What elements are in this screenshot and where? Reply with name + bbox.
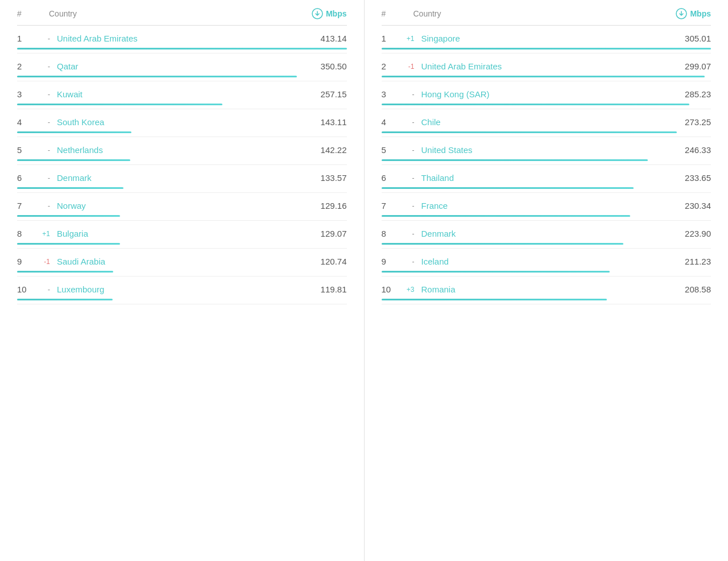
row-country-name: Norway [53,201,313,211]
row-change: - [402,90,418,98]
row-mbps-value: 143.11 [313,117,347,127]
row-change: +1 [38,230,53,238]
row-top: 6-Denmark133.57 [17,173,347,183]
bar-container [382,48,712,50]
table-row: 9-Iceland211.23 [382,249,712,277]
row-country-name: Netherlands [53,145,313,155]
row-rank: 5 [17,145,38,155]
row-change: +1 [402,35,418,43]
row-rank: 1 [382,34,402,43]
bar-container [382,271,712,273]
row-mbps-value: 413.14 [313,34,347,43]
bar-container [17,48,347,50]
row-mbps-value: 129.16 [313,201,347,211]
bar-container [382,215,712,217]
table-row: 6-Denmark133.57 [17,165,347,193]
table-row: 4-South Korea143.11 [17,109,347,137]
row-change: - [38,286,53,294]
row-mbps-value: 299.07 [677,61,711,71]
panel-right: #Country Mbps1+1Singapore305.012-1United… [365,0,729,561]
row-mbps-value: 230.34 [677,201,711,211]
row-top: 1+1Singapore305.01 [382,34,712,43]
row-rank: 4 [382,117,402,127]
row-mbps-value: 142.22 [313,145,347,155]
row-change: - [402,202,418,210]
bar-container [382,187,712,189]
row-country-name: Romania [418,284,677,294]
row-rank: 10 [17,284,38,294]
row-rank: 5 [382,145,402,155]
bar-container [17,76,347,77]
table-row: 10-Luxembourg119.81 [17,277,347,304]
table-row: 7-Norway129.16 [17,193,347,221]
table-row: 2-1United Arab Emirates299.07 [382,53,712,81]
speed-bar [382,187,634,189]
bar-container [17,243,347,245]
row-country-name: Bulgaria [53,229,313,238]
row-rank: 9 [382,257,402,266]
table-row: 3-Hong Kong (SAR)285.23 [382,81,712,109]
row-country-name: France [418,201,677,211]
row-change: - [402,258,418,266]
row-rank: 8 [17,229,38,238]
bar-container [17,215,347,217]
row-mbps-value: 223.90 [677,229,711,238]
speed-bar [382,159,648,161]
row-top: 1-United Arab Emirates413.14 [17,34,347,43]
header-mbps: Mbps [676,8,711,19]
table-row: 8-Denmark223.90 [382,221,712,249]
row-top: 7-France230.34 [382,201,712,211]
speed-bar [17,76,297,77]
bar-container [17,159,347,161]
bar-container [382,159,712,161]
speed-bar [382,104,690,105]
table-row: 6-Thailand233.65 [382,165,712,193]
row-country-name: Singapore [418,34,677,43]
row-change: - [402,146,418,154]
bar-container [17,131,347,133]
row-mbps-value: 350.50 [313,61,347,71]
row-change: - [38,174,53,182]
header-rank: # [17,9,38,18]
table-row: 8+1Bulgaria129.07 [17,221,347,249]
table-row: 1+1Singapore305.01 [382,26,712,53]
bar-container [382,243,712,245]
row-change: - [38,118,53,126]
row-change: -1 [402,63,418,71]
row-top: 6-Thailand233.65 [382,173,712,183]
speed-bar [382,243,623,245]
row-country-name: Denmark [53,173,313,183]
download-icon [676,8,687,19]
speed-bar [17,104,222,105]
row-country-name: Thailand [418,173,677,183]
table-row: 7-France230.34 [382,193,712,221]
row-mbps-value: 129.07 [313,229,347,238]
row-country-name: United States [418,145,677,155]
header-rank: # [382,9,402,18]
row-country-name: Denmark [418,229,677,238]
speed-bar [17,131,131,133]
row-mbps-value: 211.23 [677,257,711,266]
row-rank: 2 [382,61,402,71]
bar-container [17,299,347,300]
speed-bar [17,48,347,50]
row-change: - [402,118,418,126]
table-header: #Country Mbps [382,0,712,26]
row-mbps-value: 133.57 [313,173,347,183]
speed-bar [17,243,120,245]
table-row: 2-Qatar350.50 [17,53,347,81]
table-row: 1-United Arab Emirates413.14 [17,26,347,53]
table-row: 9-1Saudi Arabia120.74 [17,249,347,277]
row-mbps-value: 208.58 [677,284,711,294]
row-country-name: Hong Kong (SAR) [418,89,677,99]
speed-bar [382,48,712,50]
bar-container [17,187,347,189]
row-rank: 1 [17,34,38,43]
table-row: 5-United States246.33 [382,137,712,165]
bar-container [382,299,712,300]
row-change: +3 [402,286,418,294]
bar-container [382,131,712,133]
row-rank: 9 [17,257,38,266]
table-row: 3-Kuwait257.15 [17,81,347,109]
row-top: 5-United States246.33 [382,145,712,155]
